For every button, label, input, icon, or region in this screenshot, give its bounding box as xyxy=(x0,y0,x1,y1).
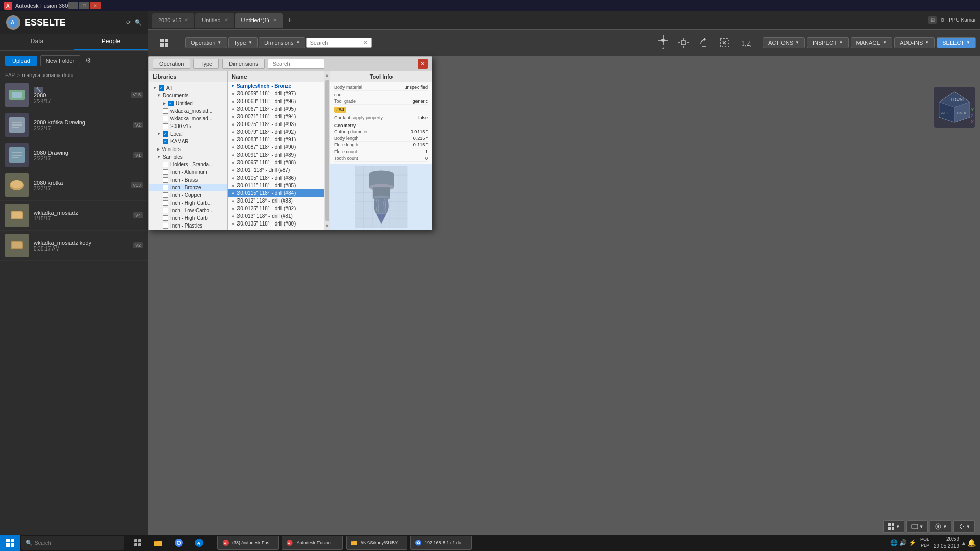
file-item[interactable]: 2080 krótka 3/23/17 V13 xyxy=(0,170,148,201)
scale-icon[interactable] xyxy=(715,34,733,52)
tool-item[interactable]: ● Ø0.0125" 118° - drill (#82) xyxy=(228,205,324,212)
lib-holders[interactable]: Holders - Standa... xyxy=(149,161,227,168)
modal-search-input[interactable] xyxy=(268,59,324,69)
lib-checkbox[interactable]: ✓ xyxy=(163,131,168,137)
move-icon[interactable] xyxy=(674,34,693,52)
tool-item[interactable]: ● Ø0.012" 118° - drill (#83) xyxy=(228,197,324,205)
lib-inch-high-carb2[interactable]: Inch - High Carb xyxy=(149,214,227,222)
lib-checkbox[interactable] xyxy=(163,223,168,229)
render-btn[interactable]: ▼ xyxy=(930,520,951,533)
tool-item[interactable]: ● Ø0.0135" 118° - drill (#80) xyxy=(228,220,324,228)
search-clear-icon[interactable]: ✕ xyxy=(363,39,368,46)
dimensions-filter-button[interactable]: Dimensions xyxy=(222,59,264,69)
taskbar-fusion-2[interactable]: A Autodesk Fusion 360 xyxy=(282,536,343,550)
lib-vendors[interactable]: ▶ Vendors xyxy=(149,145,227,153)
taskbar-task-view[interactable] xyxy=(129,535,147,551)
file-item[interactable]: 🔧 2080 2/24/17 V15 xyxy=(0,80,148,110)
tool-item[interactable]: ● Ø0.0079" 118° - drill (#92) xyxy=(228,128,324,136)
lib-checkbox[interactable] xyxy=(163,123,168,129)
lib-checkbox[interactable] xyxy=(163,192,168,198)
lib-inch-brass[interactable]: Inch - Brass xyxy=(149,176,227,184)
new-folder-button[interactable]: New Folder xyxy=(40,55,80,66)
tool-item[interactable]: ● Ø0.0095" 118° - drill (#88) xyxy=(228,159,324,166)
taskbar-clock[interactable]: 20:59 29.05.2019 xyxy=(934,536,959,550)
modal-close-button[interactable]: ✕ xyxy=(418,59,428,69)
tool-item[interactable]: ● Ø0.0075" 118° - drill (#93) xyxy=(228,120,324,128)
notification-icon[interactable]: 🔔 xyxy=(967,539,976,547)
operation-dropdown[interactable]: Operation ▼ xyxy=(185,37,227,48)
taskbar-file-explorer[interactable] xyxy=(149,535,167,551)
tab-data[interactable]: Data xyxy=(0,34,74,50)
tool-item[interactable]: ● Ø0.0059" 118° - drill (#97) xyxy=(228,90,324,97)
lib-documents[interactable]: ▼ Documents xyxy=(149,92,227,99)
tool-item[interactable]: ● Ø0.0111" 118° - drill (#85) xyxy=(228,182,324,189)
minimize-button[interactable]: — xyxy=(68,2,78,9)
start-button[interactable] xyxy=(0,535,20,551)
operation-filter-button[interactable]: Operation xyxy=(153,59,190,69)
tab-close-icon[interactable]: ✕ xyxy=(224,17,228,23)
lib-untitled[interactable]: ▶ ✓ Untitled xyxy=(149,99,227,107)
lib-checkbox[interactable]: ✓ xyxy=(159,85,164,91)
type-dropdown[interactable]: Type ▼ xyxy=(228,37,258,48)
tool-item[interactable]: ● Ø0.0105" 118° - drill (#86) xyxy=(228,174,324,182)
lib-checkbox[interactable]: ✓ xyxy=(168,101,174,106)
layout-icon[interactable]: ⊞ xyxy=(928,16,937,24)
file-item[interactable]: 2080 krótka Drawing 2/22/17 V2 xyxy=(0,110,148,140)
lib-inch-copper[interactable]: Inch - Copper xyxy=(149,191,227,199)
tab-close-icon[interactable]: ✕ xyxy=(273,17,277,23)
volume-icon[interactable]: 🔊 xyxy=(899,539,907,546)
lib-wkladka2[interactable]: wkladka_mosiad... xyxy=(149,115,227,122)
taskbar-browser[interactable]: 192.168.8.1 i 1 doda... xyxy=(410,536,472,550)
display-btn[interactable]: ▼ xyxy=(906,520,928,533)
add-point-icon[interactable]: + xyxy=(654,34,672,52)
inspect-dropdown[interactable]: INSPECT ▼ xyxy=(807,37,849,48)
lib-checkbox[interactable] xyxy=(163,185,168,190)
tool-item[interactable]: ● Ø0.0083" 118° - drill (#91) xyxy=(228,136,324,143)
tool-item[interactable]: ● Ø0.013" 118° - drill (#81) xyxy=(228,212,324,220)
new-tab-button[interactable]: + xyxy=(284,14,296,27)
type-filter-button[interactable]: Type xyxy=(193,59,219,69)
dimensions-dropdown[interactable]: Dimensions ▼ xyxy=(259,37,305,48)
taskbar-search-bar[interactable]: 🔍 Search xyxy=(21,536,124,550)
refresh-icon[interactable]: ⟳ xyxy=(126,19,131,26)
tool-item[interactable]: ● Ø0.01" 118° - drill (#87) xyxy=(228,166,324,174)
tab-untitled1[interactable]: Untitled*(1) ✕ xyxy=(235,13,283,28)
settings-button[interactable]: ⚙ xyxy=(83,55,93,66)
taskbar-fusion-1[interactable]: A (33) Autodesk Fusi... xyxy=(217,536,279,550)
grid-view-icon[interactable] xyxy=(155,34,174,52)
lib-checkbox[interactable] xyxy=(163,200,168,206)
file-item[interactable]: wkladka_mosiadz 1/15/17 V4 xyxy=(0,201,148,231)
scrollbar[interactable]: ▲ ▼ xyxy=(324,71,330,230)
search-input[interactable] xyxy=(310,40,361,46)
grid-btn[interactable]: ▼ xyxy=(883,520,904,533)
effects-btn[interactable]: ▼ xyxy=(953,520,975,533)
text-icon[interactable]: 1,2,3 xyxy=(736,34,754,52)
actions-dropdown[interactable]: ACTIONS ▼ xyxy=(763,37,805,48)
lib-local[interactable]: ▼ ✓ Local xyxy=(149,130,227,138)
lib-checkbox[interactable]: ✓ xyxy=(163,139,168,144)
tool-item[interactable]: ● Ø0.0091" 118° - drill (#89) xyxy=(228,151,324,159)
network-icon[interactable]: 🌐 xyxy=(890,539,898,546)
tool-item[interactable]: ● Ø0.0071" 118° - drill (#94) xyxy=(228,113,324,120)
lib-inch-bronze[interactable]: Inch - Bronze xyxy=(149,184,227,191)
rotate-icon[interactable] xyxy=(695,34,713,52)
taskbar-edge[interactable]: e xyxy=(190,535,208,551)
lib-checkbox[interactable] xyxy=(163,116,168,121)
breadcrumb-part2[interactable]: matryca ucinania drutu xyxy=(22,72,74,78)
lib-checkbox[interactable] xyxy=(163,169,168,175)
category-header[interactable]: ▼ Samples/Inch - Bronze xyxy=(228,82,324,90)
orientation-cube[interactable]: FRONT RIGHT LEFT xyxy=(934,87,975,128)
lib-all[interactable]: ▼ ✓ All xyxy=(149,84,227,92)
upload-button[interactable]: Upload xyxy=(5,56,37,66)
lib-checkbox[interactable] xyxy=(163,215,168,221)
lib-samples[interactable]: ▼ Samples xyxy=(149,153,227,161)
tab-people[interactable]: People xyxy=(74,34,148,50)
tool-item[interactable]: ● Ø0.0087" 118° - drill (#90) xyxy=(228,143,324,151)
taskbar-chrome[interactable] xyxy=(169,535,188,551)
lib-2080v15[interactable]: 2080 v15 xyxy=(149,122,227,130)
manage-dropdown[interactable]: MANAGE ▼ xyxy=(851,37,893,48)
up-arrow-icon[interactable]: ▲ xyxy=(961,540,966,546)
lib-checkbox[interactable] xyxy=(163,177,168,183)
lib-inch-aluminum[interactable]: Inch - Aluminum xyxy=(149,168,227,176)
maximize-button[interactable]: □ xyxy=(79,2,89,9)
